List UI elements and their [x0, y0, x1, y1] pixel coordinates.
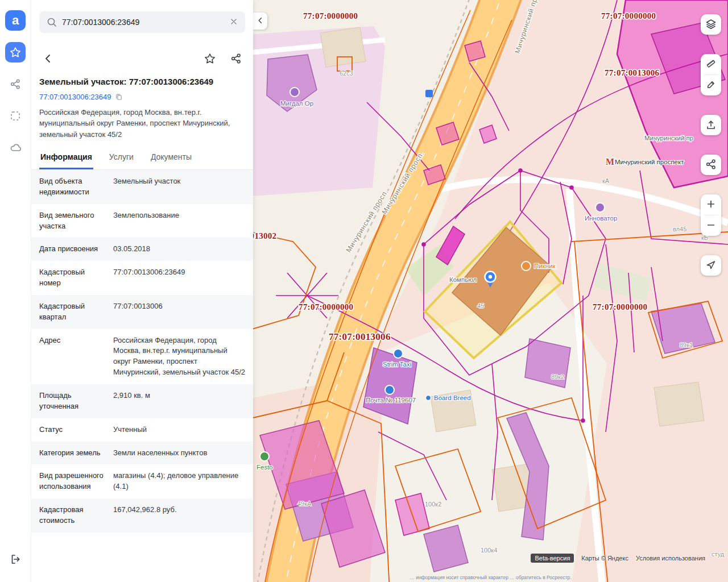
table-row: Категория земельЗемли населенных пунктов [31, 442, 253, 465]
row-label: Кадастровая стоимость [39, 505, 105, 526]
table-row: Вид земельного участкаЗемлепользование [31, 204, 253, 238]
row-value: 77:07:0013006 [113, 301, 245, 323]
share-object-button[interactable] [227, 50, 245, 68]
row-label: Категория земель [39, 448, 105, 459]
area-select-button[interactable] [5, 106, 26, 126]
app-logo[interactable]: a [5, 10, 26, 31]
beta-badge: Beta-версия [531, 554, 574, 563]
row-label: Кадастровый квартал [39, 301, 105, 323]
minus-icon [706, 220, 716, 232]
metro-icon[interactable]: М [606, 157, 614, 167]
page-title: Земельный участок: 77:07:0013006:23649 [39, 76, 245, 88]
logout-icon [10, 554, 21, 565]
dashed-square-icon [10, 110, 21, 122]
road-sign-icon [425, 90, 433, 97]
star-icon [10, 47, 21, 58]
house-label: студ [712, 551, 725, 558]
search-icon [46, 16, 57, 30]
table-row: Вид объекта недвижимостиЗемельный участо… [31, 170, 253, 204]
table-row: СтатусУчтенный [31, 418, 253, 442]
search-input[interactable] [39, 11, 245, 33]
tab-information[interactable]: Информация [39, 147, 93, 169]
poi-label: Пикник [534, 263, 556, 269]
clear-search-button[interactable] [227, 15, 241, 29]
house-label: 100к4 [481, 547, 497, 554]
table-row: Вид разрешенного использованиямагазины (… [31, 464, 253, 498]
share-nodes-icon [705, 159, 717, 172]
geolocation-button[interactable] [701, 255, 721, 276]
zoom-out-button[interactable] [701, 215, 721, 236]
row-value: Землепользование [113, 210, 245, 232]
row-label: Дата присвоения [39, 244, 105, 255]
collapse-panel-button[interactable] [253, 13, 267, 30]
object-address: Российская Федерация, город Москва, вн.т… [39, 107, 245, 140]
row-label: Вид объекта недвижимости [39, 176, 105, 198]
share-tool-button[interactable] [5, 74, 26, 94]
share-nodes-icon [10, 78, 21, 90]
poi-label: Почта № 119607 [366, 397, 416, 404]
row-value: 2,910 кв. м [113, 390, 245, 412]
row-value: 77:07:0013006:23649 [113, 267, 245, 289]
pencil-icon [705, 79, 717, 92]
zoom-in-button[interactable] [701, 194, 721, 215]
poi-picnic-icon[interactable] [522, 261, 531, 271]
house-label: 89к2 [551, 373, 564, 380]
poi-label: Компьюл [449, 276, 477, 283]
panel-header [39, 50, 245, 68]
copy-icon[interactable] [115, 93, 123, 101]
row-value: Земельный участок [113, 176, 245, 198]
poi-innovator-icon[interactable] [595, 203, 605, 212]
share-nodes-icon [230, 53, 242, 66]
tab-services[interactable]: Услуги [108, 147, 135, 169]
upload-icon [705, 119, 717, 132]
yandex-copyright-link[interactable]: Карты © Яндекс [581, 555, 628, 562]
table-row: Кадастровый квартал77:07:0013006 [31, 295, 253, 329]
row-label: Статус [39, 425, 105, 435]
row-value: 167,042,962.8 руб. [113, 505, 245, 526]
poi-label: Festo [257, 464, 273, 471]
terms-link[interactable]: Условия использования [636, 555, 705, 562]
table-row: Дата присвоения03.05.2018 [31, 238, 253, 261]
house-label: 49кА [297, 500, 312, 507]
table-row: АдресРоссийская Федерация, город Москва,… [31, 329, 253, 384]
logout-button[interactable] [5, 549, 26, 569]
row-label: Вид земельного участка [39, 210, 105, 232]
quarter-label: 77:07:0000000 [303, 11, 358, 20]
favorites-button[interactable] [5, 42, 26, 63]
map-controls [701, 14, 721, 276]
ruler-button[interactable] [701, 54, 721, 74]
poi-label: Board Breed [434, 394, 471, 401]
poi-migdal-icon[interactable] [290, 88, 299, 97]
plus-icon [706, 199, 716, 211]
poi-festo-icon[interactable] [260, 452, 269, 461]
favorite-object-button[interactable] [201, 50, 219, 68]
row-value: Учтенный [113, 425, 245, 435]
share-map-button[interactable] [701, 155, 721, 175]
object-panel: Земельный участок: 77:07:0013006:23649 7… [31, 0, 253, 582]
quarter-label: 77:07:0000000 [601, 11, 656, 20]
cadastral-number-link[interactable]: 77:07:0013006:23649 [39, 93, 111, 101]
row-value: магазины (4.4); деловое управление (4.1) [113, 471, 245, 492]
layers-button[interactable] [701, 14, 721, 35]
app-bar: a [0, 0, 31, 582]
star-outline-icon [204, 53, 216, 66]
row-value: Земли населенных пунктов [113, 448, 245, 459]
cloud-button[interactable] [5, 138, 26, 158]
map-canvas[interactable]: 77:07:0000000 77:07:0000000 77:07:001300… [253, 0, 728, 582]
navigate-arrow-icon [705, 259, 717, 272]
edit-button[interactable] [701, 75, 721, 95]
row-value: Российская Федерация, город Москва, вн.т… [113, 335, 245, 378]
row-label: Площадь уточненная [39, 390, 105, 412]
row-label: Кадастровый номер [39, 267, 105, 289]
quarter-label: 77:07:0013002 [253, 231, 276, 240]
table-row: Кадастровая стоимость167,042,962.8 руб. [31, 498, 253, 533]
row-value: 03.05.2018 [113, 244, 245, 255]
upload-button[interactable] [701, 115, 721, 135]
poi-post-icon[interactable] [385, 385, 394, 394]
poi-strim-taxi-icon[interactable] [394, 349, 403, 358]
tab-bar: Информация Услуги Документы [31, 147, 253, 170]
house-label: 89к1 [680, 342, 693, 348]
tab-documents[interactable]: Документы [150, 147, 193, 169]
poi-board-breed-icon[interactable] [426, 396, 431, 401]
back-button[interactable] [39, 50, 57, 68]
